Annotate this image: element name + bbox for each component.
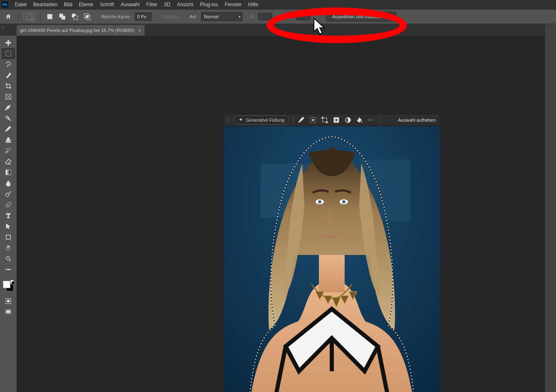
foreground-swatch[interactable] [3, 281, 10, 288]
pen-tool[interactable] [2, 199, 15, 210]
subtract-selection-button[interactable] [71, 12, 79, 21]
marquee-icon [27, 14, 32, 20]
intersect-selection-button[interactable] [83, 12, 91, 21]
left-toolbar [0, 36, 17, 392]
document-tab-bar: girl-1846490 Pexels auf Pixabay.jpg bei … [0, 24, 556, 36]
menu-help[interactable]: Hilfe [245, 1, 262, 8]
history-brush-tool[interactable] [2, 145, 15, 156]
style-select[interactable]: Normal ▾ [201, 12, 242, 21]
svg-rect-9 [6, 51, 11, 56]
expand-toolbar-toggle[interactable]: » [2, 25, 4, 29]
right-panel-collapsed[interactable] [544, 24, 556, 392]
menu-view[interactable]: Ansicht [174, 1, 196, 8]
style-label: Art: [190, 14, 197, 19]
svg-point-17 [10, 269, 11, 270]
width-input [258, 13, 272, 20]
quickmask-toggle[interactable] [2, 296, 15, 306]
svg-point-19 [7, 300, 10, 302]
ctx-modify-button[interactable] [309, 116, 317, 124]
path-select-tool[interactable] [2, 221, 15, 232]
menu-file[interactable]: Datei [12, 1, 30, 8]
marquee-tool[interactable] [2, 48, 15, 59]
ctx-transform-button[interactable] [321, 116, 328, 124]
svg-rect-41 [326, 122, 328, 123]
frame-tool[interactable] [2, 91, 15, 102]
svg-point-15 [6, 269, 7, 270]
ctx-more-button[interactable]: ⋯ [367, 116, 375, 124]
svg-rect-21 [7, 311, 10, 313]
svg-rect-5 [74, 16, 78, 20]
document-image[interactable] [223, 114, 440, 392]
menu-type[interactable]: Schrift [97, 1, 118, 8]
new-selection-button[interactable] [46, 12, 54, 21]
dodge-tool[interactable] [2, 189, 15, 199]
more-tools-button[interactable] [2, 264, 15, 275]
svg-point-43 [335, 119, 338, 121]
height-input [296, 13, 310, 20]
ctx-adjustment-button[interactable] [344, 116, 352, 124]
chevron-down-icon: ▾ [239, 15, 240, 19]
separator [40, 12, 41, 22]
generative-fill-label: Generative Füllung [246, 118, 284, 122]
separator [18, 12, 19, 22]
close-tab-button[interactable]: ✕ [138, 28, 141, 33]
stamp-tool[interactable] [2, 135, 15, 145]
height-label: H: [287, 14, 292, 19]
brush-tool[interactable] [2, 124, 15, 135]
chevron-down-icon: ▾ [33, 17, 34, 20]
screen-mode-toggle[interactable] [2, 306, 15, 317]
menu-layer[interactable]: Ebene [76, 1, 97, 8]
default-colors-icon[interactable] [10, 280, 15, 284]
menu-image[interactable]: Bild [61, 1, 76, 8]
color-swatches[interactable] [3, 281, 14, 292]
separator [293, 116, 294, 124]
sparkle-icon [238, 118, 243, 122]
move-tool[interactable] [2, 37, 15, 48]
contextual-task-bar[interactable]: Generative Füllung ⋯ Auswahl aufheben [223, 114, 440, 126]
zoom-tool[interactable] [2, 253, 15, 264]
svg-point-12 [6, 193, 9, 196]
photo-content [223, 114, 440, 392]
ctx-mask-button[interactable] [333, 116, 340, 124]
document-tab-title: girl-1846490 Pexels auf Pixabay.jpg bei … [20, 28, 135, 33]
eyedropper-tool[interactable] [2, 102, 15, 113]
add-selection-button[interactable] [58, 12, 66, 21]
generative-fill-button[interactable]: Generative Füllung [234, 115, 289, 125]
menu-plugins[interactable]: Plug-ins [197, 1, 221, 8]
type-tool[interactable] [2, 210, 15, 221]
menu-3d[interactable]: 3D [161, 1, 174, 8]
ctx-fill-button[interactable] [356, 116, 363, 124]
svg-rect-1 [47, 14, 52, 19]
app-logo: Ps [2, 1, 8, 8]
antialias-label: Glätten [163, 14, 178, 19]
document-tab[interactable]: girl-1846490 Pexels auf Pixabay.jpg bei … [17, 25, 145, 36]
heal-tool[interactable] [2, 113, 15, 124]
swap-dimensions-icon[interactable] [277, 13, 283, 20]
style-value: Normal [204, 14, 218, 19]
menu-filter[interactable]: Filter [143, 1, 161, 8]
svg-rect-40 [322, 117, 323, 118]
gradient-tool[interactable] [2, 167, 15, 178]
menu-select[interactable]: Auswahl [118, 1, 143, 8]
feather-input[interactable] [135, 12, 152, 21]
hand-tool[interactable] [2, 243, 15, 253]
drag-grip-icon[interactable] [228, 118, 229, 122]
eraser-tool[interactable] [2, 156, 15, 167]
svg-rect-8 [86, 15, 88, 18]
ctx-brush-button[interactable] [298, 116, 305, 124]
lasso-tool[interactable] [2, 59, 15, 70]
select-and-mask-button[interactable]: Auswählen und maskieren… [326, 12, 397, 22]
menu-window[interactable]: Fenster [221, 1, 245, 8]
canvas-area[interactable]: Generative Füllung ⋯ Auswahl aufheben [17, 36, 556, 392]
menu-edit[interactable]: Bearbeiten [30, 1, 61, 8]
home-button[interactable] [3, 12, 13, 22]
deselect-button[interactable]: Auswahl aufheben [398, 118, 436, 122]
magic-wand-tool[interactable] [2, 70, 15, 81]
tool-preset-button[interactable]: ▾ [24, 12, 35, 21]
blur-tool[interactable] [2, 178, 15, 189]
crop-tool[interactable] [2, 81, 15, 91]
menu-bar: Ps Datei Bearbeiten Bild Ebene Schrift A… [0, 0, 556, 9]
svg-rect-25 [319, 255, 345, 292]
shape-tool[interactable] [2, 232, 15, 243]
home-icon [5, 13, 12, 20]
